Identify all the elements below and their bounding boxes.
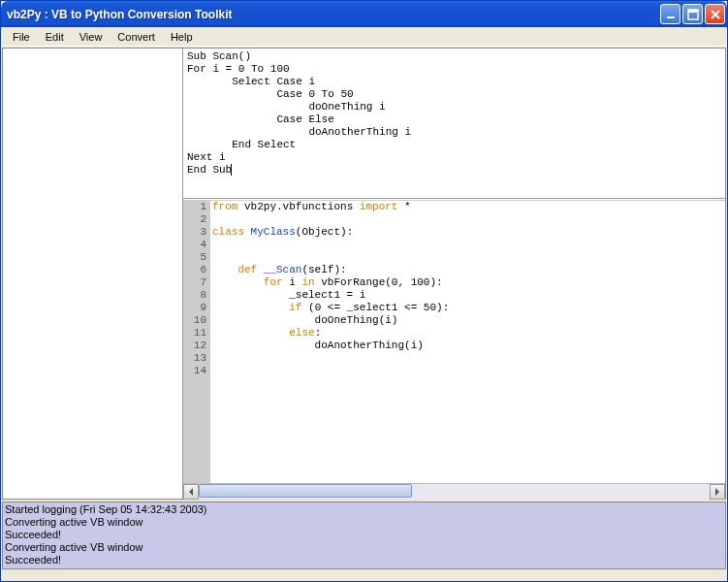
workarea: Sub Scan()For i = 0 To 100 Select Case i… — [2, 48, 726, 500]
window-title: vb2Py : VB to Python Conversion Toolkit — [7, 8, 660, 21]
menu-edit[interactable]: Edit — [38, 29, 72, 45]
vb-source-editor[interactable]: Sub Scan()For i = 0 To 100 Select Case i… — [183, 48, 725, 199]
close-button[interactable] — [705, 4, 725, 24]
maximize-button[interactable] — [682, 4, 703, 24]
statusbar — [1, 570, 727, 581]
svg-rect-0 — [667, 16, 675, 18]
python-code-area[interactable]: from vb2py.vbfunctions import * class My… — [210, 201, 725, 483]
horizontal-scrollbar[interactable] — [183, 483, 725, 499]
scroll-track[interactable] — [199, 484, 710, 500]
log-output-pane[interactable]: Started logging (Fri Sep 05 14:32:43 200… — [2, 501, 726, 569]
minimize-button[interactable] — [660, 4, 681, 24]
menu-convert[interactable]: Convert — [110, 29, 163, 45]
scroll-left-arrow-icon[interactable] — [183, 484, 199, 500]
line-number-gutter: 1234567891011121314 — [183, 201, 210, 483]
tree-pane[interactable] — [3, 48, 183, 499]
menubar: File Edit View Convert Help — [1, 27, 727, 47]
python-output-editor[interactable]: 1234567891011121314 from vb2py.vbfunctio… — [183, 201, 725, 483]
app-window: vb2Py : VB to Python Conversion Toolkit … — [0, 0, 728, 582]
svg-rect-2 — [688, 10, 698, 13]
titlebar[interactable]: vb2Py : VB to Python Conversion Toolkit — [1, 1, 727, 27]
editors-pane: Sub Scan()For i = 0 To 100 Select Case i… — [183, 48, 725, 499]
python-editor-wrap: 1234567891011121314 from vb2py.vbfunctio… — [183, 200, 725, 499]
scroll-right-arrow-icon[interactable] — [710, 484, 725, 500]
menu-file[interactable]: File — [5, 29, 38, 45]
menu-view[interactable]: View — [72, 29, 111, 45]
menu-help[interactable]: Help — [163, 29, 201, 45]
window-controls — [660, 4, 725, 24]
scroll-thumb[interactable] — [199, 484, 412, 498]
